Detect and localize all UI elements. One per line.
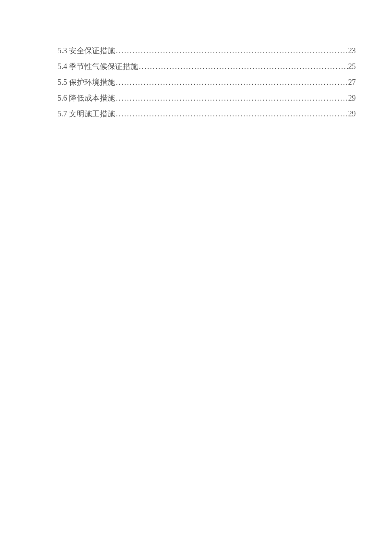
toc-leader-dots xyxy=(115,110,348,118)
toc-entry: 5.7 文明施工措施 29 xyxy=(58,110,356,118)
toc-entry-page: 25 xyxy=(348,63,356,70)
toc-entry-title: 5.7 文明施工措施 xyxy=(58,110,115,118)
toc-entry-page: 29 xyxy=(348,110,356,118)
toc-entry-page: 29 xyxy=(348,94,356,102)
toc-entry-page: 23 xyxy=(348,47,356,55)
toc-entry-title: 5.4 季节性气候保证措施 xyxy=(58,63,138,70)
toc-entry-title: 5.3 安全保证措施 xyxy=(58,47,115,55)
toc-entry-page: 27 xyxy=(348,78,356,86)
document-page: 5.3 安全保证措施 23 5.4 季节性气候保证措施 25 5.5 保护环境措… xyxy=(0,0,392,118)
toc-entry: 5.3 安全保证措施 23 xyxy=(58,47,356,55)
toc-entry: 5.4 季节性气候保证措施 25 xyxy=(58,63,356,70)
toc-entry-title: 5.6 降低成本措施 xyxy=(58,94,115,102)
toc-leader-dots xyxy=(115,47,348,55)
toc-leader-dots xyxy=(138,63,348,70)
toc-leader-dots xyxy=(115,78,348,86)
toc-leader-dots xyxy=(115,94,348,102)
toc-entry: 5.6 降低成本措施 29 xyxy=(58,94,356,102)
toc-entry-title: 5.5 保护环境措施 xyxy=(58,78,115,86)
toc-entry: 5.5 保护环境措施 27 xyxy=(58,78,356,86)
